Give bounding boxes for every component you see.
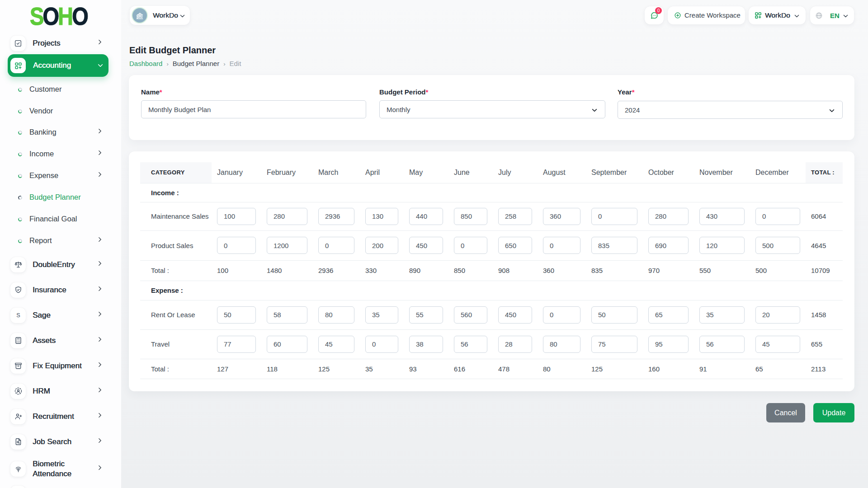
svg-text:S: S: [16, 312, 20, 319]
